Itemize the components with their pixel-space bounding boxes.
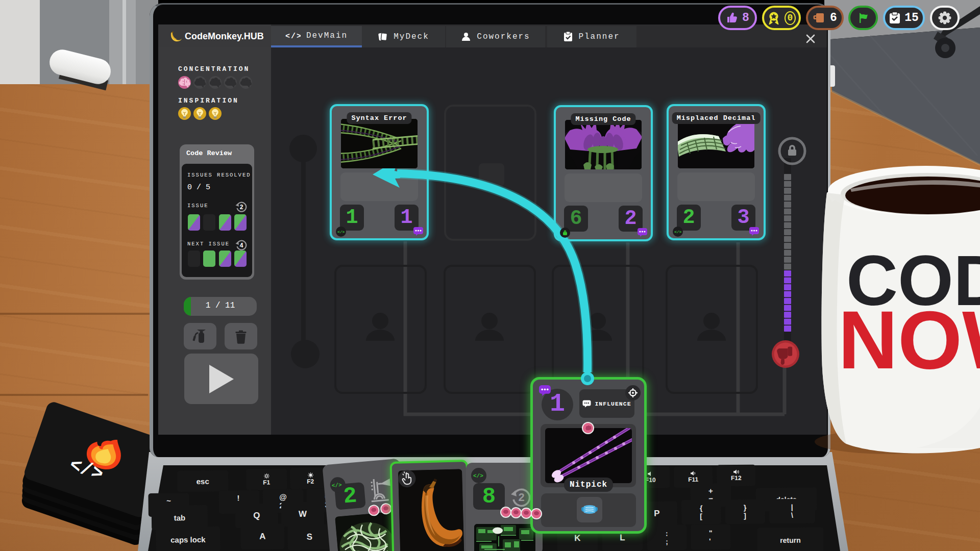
svg-text:NOW: NOW xyxy=(838,293,980,386)
svg-text:2: 2 xyxy=(240,204,243,211)
svg-text:</>: </> xyxy=(285,32,301,40)
svg-text:</>: </> xyxy=(473,473,483,479)
svg-text:</>: </> xyxy=(674,230,681,234)
svg-text:2: 2 xyxy=(518,492,525,505)
svg-text:</>: </> xyxy=(337,230,345,234)
svg-text:4: 4 xyxy=(240,242,243,249)
svg-text:</>: </> xyxy=(331,482,342,489)
